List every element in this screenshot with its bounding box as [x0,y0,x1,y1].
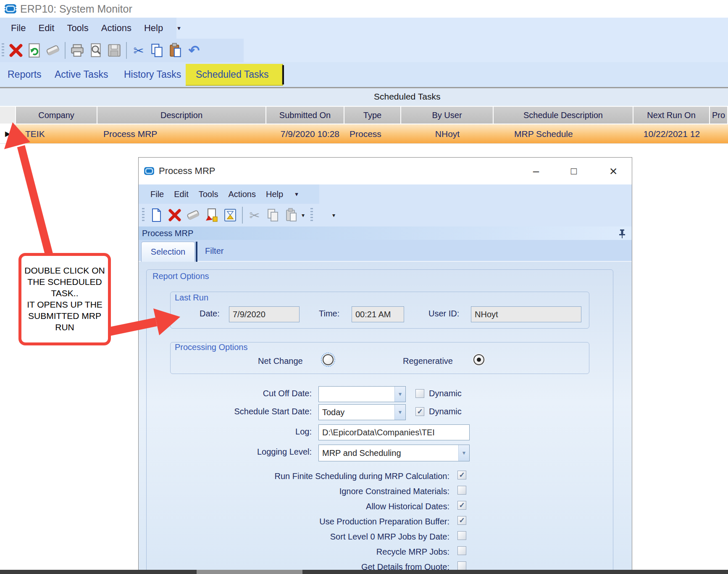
column-header-schedule-description[interactable]: Schedule Description [494,106,633,124]
toolbar-dropdown-icon[interactable]: ▾ [332,212,335,219]
log-field[interactable]: D:\EpicorData\Companies\TEI [318,424,470,440]
user-id-field[interactable]: NHoyt [471,306,581,322]
report-options-title: Report Options [152,271,209,281]
tab-reports[interactable]: Reports [8,62,42,87]
cutoff-dynamic-label: Dynamic [429,389,462,398]
cut-off-date-combo[interactable]: ▼ [318,386,406,402]
schedule-button[interactable] [221,206,239,224]
regenerative-radio[interactable] [473,354,484,365]
process-mrp-dialog: Process MRP – □ × File Edit Tools Action… [138,157,632,574]
column-header-type[interactable]: Type [344,106,401,124]
grid-caption-band: Scheduled Tasks [0,88,728,106]
cell-schedule-description[interactable]: MRP Schedule [494,124,633,143]
cell-submitted-on[interactable]: 7/9/2020 10:28 [266,124,344,143]
sort-level-0-mrp-jobs-checkbox[interactable]: ✓ [457,531,466,540]
schedule-hourglass-icon [223,208,238,223]
chevron-down-icon[interactable]: ▼ [394,405,405,420]
logging-level-combo[interactable]: MRP and Scheduling ▼ [318,445,470,461]
schedule-start-date-combo[interactable]: Today ▼ [318,404,406,420]
copy-button[interactable] [148,41,166,60]
report-options-group: Report Options Last Run Date: 7/9/2020 T… [146,269,613,574]
grid-selector-header[interactable] [0,106,16,124]
column-header-next-run-on[interactable]: Next Run On [633,106,710,124]
delete-button[interactable] [7,41,25,60]
column-header-submitted-on[interactable]: Submitted On [266,106,344,124]
text-caret [282,65,284,84]
delete-button[interactable] [166,206,184,224]
column-header-process[interactable]: Pro [710,106,728,124]
menu-edit[interactable]: Edit [38,23,54,34]
cell-process[interactable] [710,124,728,143]
cell-description[interactable]: Process MRP [97,124,266,143]
delete-x-icon [8,42,24,58]
print-button[interactable] [68,41,87,60]
scissors-icon: ✂ [249,208,260,223]
use-production-preparation-buffer-checkbox[interactable]: ✓ [457,516,466,525]
table-row[interactable]: ▶ TEIK Process MRP 7/9/2020 10:28 Proces… [0,124,728,144]
dialog-menu-tools[interactable]: Tools [199,190,218,199]
submit-button[interactable] [202,206,221,224]
refresh-button[interactable] [25,41,44,60]
toolbar-separator [65,42,66,59]
ignore-constrained-materials-checkbox[interactable]: ✓ [457,486,466,495]
maximize-button[interactable]: □ [559,158,589,184]
cell-next-run-on[interactable]: 10/22/2021 12 [633,124,710,143]
tab-history-tasks[interactable]: History Tasks [124,62,181,87]
cutoff-dynamic-checkbox[interactable]: ✓ [415,389,424,398]
toolbar-grip[interactable] [2,43,4,58]
callout-line: TASK.. [51,288,79,299]
paste-button-disabled[interactable] [282,206,301,224]
time-field[interactable]: 00:21 AM [352,306,404,322]
close-button[interactable]: × [598,158,628,184]
clear-button[interactable] [184,206,202,224]
column-header-company[interactable]: Company [16,106,97,124]
menu-overflow-icon[interactable]: ▾ [177,24,181,32]
get-details-from-quote-checkbox[interactable]: ✓ [457,561,466,570]
tab-selection[interactable]: Selection [141,242,195,262]
cell-type[interactable]: Process [344,124,401,143]
dialog-titlebar[interactable]: Process MRP – □ × [139,158,632,184]
copy-button-disabled[interactable] [264,206,282,224]
log-label: Log: [147,427,312,437]
toolbar-grip[interactable] [310,208,313,222]
chevron-down-icon[interactable]: ▼ [394,387,405,402]
toolbar-dropdown-icon[interactable]: ▾ [302,212,305,219]
print-preview-button[interactable] [87,41,105,60]
run-finite-scheduling-checkbox[interactable]: ✓ [457,471,466,479]
start-dynamic-checkbox[interactable]: ✓ [415,407,424,416]
menu-tools[interactable]: Tools [67,23,88,34]
dialog-menu-file[interactable]: File [150,190,164,199]
menu-overflow-icon[interactable]: ▾ [295,190,298,198]
minimize-button[interactable]: – [521,158,551,184]
dialog-menu-actions[interactable]: Actions [228,190,256,199]
cell-by-user[interactable]: NHoyt [401,124,494,143]
column-header-by-user[interactable]: By User [401,106,494,124]
column-header-description[interactable]: Description [97,106,266,124]
new-button[interactable] [147,206,166,224]
toolbar-grip[interactable] [142,208,145,222]
menu-actions[interactable]: Actions [101,23,131,34]
menu-help[interactable]: Help [144,23,163,34]
tab-scheduled-tasks[interactable]: Scheduled Tasks [196,62,268,87]
window-title: ERP10: System Monitor [20,3,132,15]
callout-line: IT OPENS UP THE [27,299,102,311]
undo-button[interactable]: ↶ [185,41,203,60]
menu-file[interactable]: File [11,23,26,34]
pin-icon[interactable] [618,229,627,239]
save-button[interactable] [105,41,124,60]
net-change-radio[interactable] [323,354,334,365]
allow-historical-dates-checkbox[interactable]: ✓ [457,501,466,510]
dialog-menu-edit[interactable]: Edit [174,190,188,199]
date-field[interactable]: 7/9/2020 [229,306,300,322]
chevron-down-icon[interactable]: ▼ [458,445,469,461]
tab-active-tasks[interactable]: Active Tasks [55,62,108,87]
cut-button-disabled[interactable]: ✂ [245,206,264,224]
cell-company[interactable]: TEIK [16,124,97,143]
clear-button[interactable] [44,41,62,60]
recycle-mrp-jobs-checkbox[interactable]: ✓ [457,546,466,555]
paste-button[interactable] [166,41,185,60]
cut-button[interactable]: ✂ [129,41,148,60]
row-selector[interactable]: ▶ [0,124,16,143]
tab-filter[interactable]: Filter [205,240,223,262]
dialog-menu-help[interactable]: Help [266,190,283,199]
